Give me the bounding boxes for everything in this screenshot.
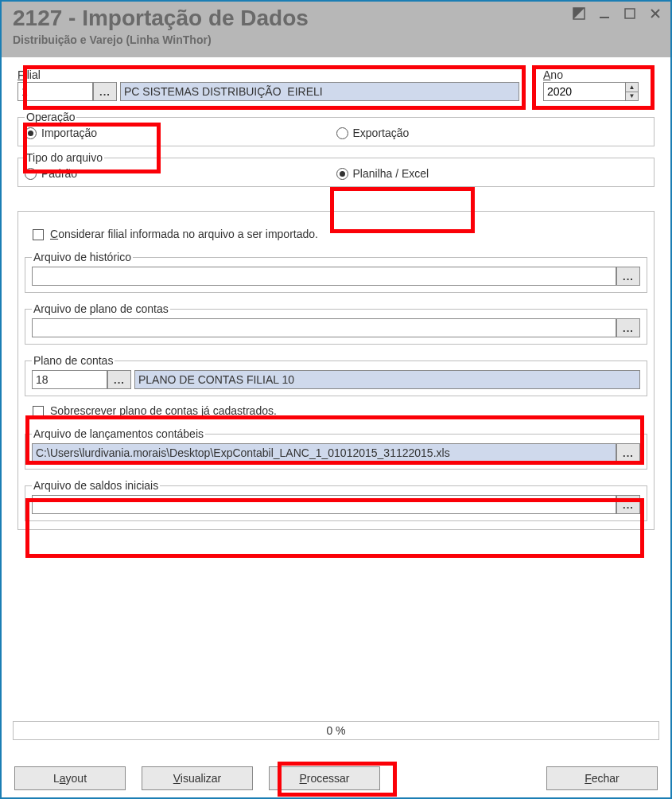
filial-desc-input[interactable]: [120, 82, 519, 101]
arquivo-lancamentos-group: Arquivo de lançamentos contábeis ...: [25, 427, 647, 470]
arquivo-lancamentos-legend: Arquivo de lançamentos contábeis: [32, 427, 205, 440]
ano-spinner: ▲ ▼: [625, 83, 638, 100]
visualizar-button[interactable]: Visualizar: [142, 766, 253, 790]
filial-field: Filial ...: [17, 68, 519, 101]
tipo-arquivo-legend: Tipo do arquivo: [25, 151, 104, 164]
arquivo-saldos-legend: Arquivo de saldos iniciais: [32, 479, 160, 492]
arquivo-lancamentos-browse-button[interactable]: ...: [616, 443, 640, 462]
operacao-legend: Operação: [25, 111, 76, 123]
fechar-button[interactable]: Fechar: [546, 766, 658, 790]
ano-step-up[interactable]: ▲: [626, 83, 638, 92]
arquivo-plano-contas-group: Arquivo de plano de contas ...: [25, 302, 647, 345]
minimize-icon[interactable]: [597, 6, 612, 21]
chk-considerar-filial[interactable]: [33, 229, 44, 240]
ano-field: Ano ▲ ▼: [543, 68, 655, 101]
ano-step-down[interactable]: ▼: [626, 92, 638, 101]
chk-sobrescrever-label: Sobrescrever plano de contas já cadastra…: [50, 404, 277, 417]
arquivo-lancamentos-input[interactable]: [32, 443, 616, 462]
svg-rect-2: [600, 17, 609, 18]
plano-contas-lookup-button[interactable]: ...: [107, 370, 131, 389]
arquivo-saldos-browse-button[interactable]: ...: [616, 495, 640, 514]
ano-label: Ano: [543, 68, 655, 81]
window-subtitle: Distribuição e Varejo (Linha WinThor): [13, 32, 659, 46]
operacao-group: Operação Importação Exportação: [17, 111, 655, 146]
arquivo-historico-browse-button[interactable]: ...: [616, 267, 640, 286]
close-icon[interactable]: [648, 6, 662, 21]
bottom-toolbar: Layout Visualizar Processar Fechar: [3, 761, 669, 796]
ano-input[interactable]: [543, 82, 639, 101]
content-area: Filial ... Ano ▲ ▼ Opera: [2, 57, 670, 746]
svg-marker-1: [573, 8, 585, 19]
filial-lookup-button[interactable]: ...: [93, 82, 117, 101]
chk-considerar-filial-label: Considerar filial informada no arquivo a…: [50, 228, 318, 240]
filial-code-input[interactable]: [17, 82, 93, 101]
radio-padrao[interactable]: [25, 168, 37, 180]
window-title: 2127 - Importação de Dados: [13, 3, 659, 32]
arquivo-historico-legend: Arquivo de histórico: [32, 251, 133, 263]
progress-label: 0 %: [326, 724, 345, 737]
title-bar: 2127 - Importação de Dados Distribuição …: [2, 2, 670, 57]
radio-planilha[interactable]: [336, 168, 348, 180]
arquivo-saldos-input[interactable]: [32, 495, 616, 514]
arquivo-plano-contas-browse-button[interactable]: ...: [616, 318, 640, 337]
radio-exportacao[interactable]: [336, 127, 348, 139]
radio-importacao-label: Importação: [41, 127, 97, 139]
options-panel: Considerar filial informada no arquivo a…: [17, 211, 655, 530]
processar-button[interactable]: Processar: [269, 766, 380, 790]
arquivo-historico-group: Arquivo de histórico ...: [25, 251, 647, 293]
layout-button[interactable]: Layout: [14, 766, 126, 790]
plano-contas-group: Plano de contas ...: [25, 354, 647, 396]
progress-bar: 0 %: [13, 721, 659, 740]
radio-planilha-label: Planilha / Excel: [353, 167, 429, 180]
app-window: 2127 - Importação de Dados Distribuição …: [0, 0, 672, 799]
chk-sobrescrever[interactable]: [33, 406, 44, 417]
options-icon[interactable]: [572, 6, 586, 21]
arquivo-saldos-group: Arquivo de saldos iniciais ...: [25, 479, 647, 521]
plano-contas-code-input[interactable]: [32, 370, 107, 389]
plano-contas-desc-input[interactable]: [134, 370, 640, 389]
plano-contas-legend: Plano de contas: [32, 354, 115, 367]
radio-exportacao-label: Exportação: [353, 127, 410, 139]
svg-rect-3: [625, 9, 635, 18]
arquivo-plano-contas-legend: Arquivo de plano de contas: [32, 302, 170, 315]
radio-importacao[interactable]: [25, 127, 37, 139]
arquivo-plano-contas-input[interactable]: [32, 318, 616, 337]
filial-label: Filial: [17, 68, 519, 81]
radio-padrao-label: Padrão: [41, 167, 77, 180]
maximize-icon[interactable]: [623, 6, 637, 21]
arquivo-historico-input[interactable]: [32, 267, 616, 286]
window-controls: [572, 6, 662, 21]
tipo-arquivo-group: Tipo do arquivo Padrão Planilha / Excel: [17, 151, 655, 187]
